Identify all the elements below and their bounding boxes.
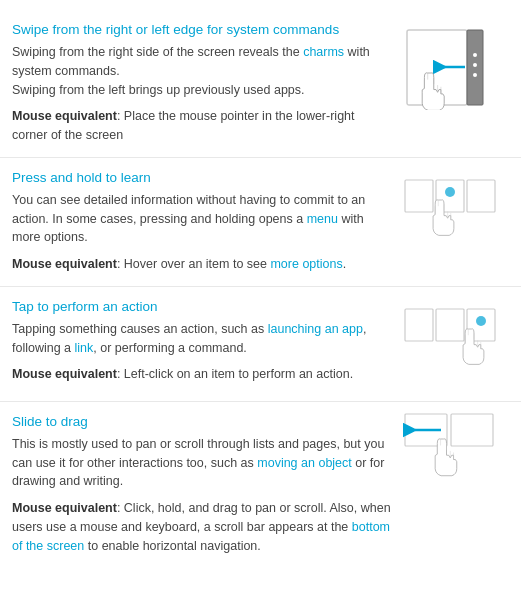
section-tap-body: Tapping something causes an action, such… xyxy=(12,320,391,358)
section-tap-title: Tap to perform an action xyxy=(12,299,391,314)
section-press-hold-text: Press and hold to learn You can see deta… xyxy=(12,170,401,274)
svg-rect-20 xyxy=(405,309,433,341)
section-press-hold-mouse-equiv: Mouse equivalent: Hover over an item to … xyxy=(12,255,391,274)
section-tap-mouse-equiv: Mouse equivalent: Left-click on an item … xyxy=(12,365,391,384)
tap-icon xyxy=(403,301,508,386)
slide-icon xyxy=(403,409,508,509)
section-slide: Slide to drag This is mostly used to pan… xyxy=(0,402,521,568)
section-slide-mouse-equiv: Mouse equivalent: Click, hold, and drag … xyxy=(12,499,391,555)
swipe-edge-icon xyxy=(405,25,505,110)
svg-rect-11 xyxy=(405,180,433,212)
svg-point-14 xyxy=(445,187,455,197)
svg-point-3 xyxy=(473,63,477,67)
svg-rect-21 xyxy=(436,309,464,341)
section-slide-title: Slide to drag xyxy=(12,414,391,429)
svg-point-4 xyxy=(473,73,477,77)
section-slide-image xyxy=(401,414,509,504)
section-swipe-body: Swiping from the right side of the scree… xyxy=(12,43,391,99)
svg-rect-30 xyxy=(451,414,493,446)
section-swipe-text: Swipe from the right or left edge for sy… xyxy=(12,22,401,145)
section-tap: Tap to perform an action Tapping somethi… xyxy=(0,287,521,402)
section-press-hold: Press and hold to learn You can see deta… xyxy=(0,158,521,287)
svg-rect-13 xyxy=(467,180,495,212)
section-tap-image xyxy=(401,299,509,389)
section-press-hold-title: Press and hold to learn xyxy=(12,170,391,185)
section-press-hold-image xyxy=(401,170,509,260)
section-tap-text: Tap to perform an action Tapping somethi… xyxy=(12,299,401,384)
svg-point-2 xyxy=(473,53,477,57)
section-swipe-mouse-equiv: Mouse equivalent: Place the mouse pointe… xyxy=(12,107,391,145)
section-slide-body: This is mostly used to pan or scroll thr… xyxy=(12,435,391,491)
main-container: Swipe from the right or left edge for sy… xyxy=(0,0,521,577)
section-swipe-image xyxy=(401,22,509,112)
section-swipe-title: Swipe from the right or left edge for sy… xyxy=(12,22,391,37)
svg-point-23 xyxy=(476,316,486,326)
svg-rect-1 xyxy=(467,30,483,105)
section-swipe: Swipe from the right or left edge for sy… xyxy=(0,10,521,158)
press-hold-icon xyxy=(403,172,508,257)
section-slide-text: Slide to drag This is mostly used to pan… xyxy=(12,414,401,556)
section-press-hold-body: You can see detailed information without… xyxy=(12,191,391,247)
